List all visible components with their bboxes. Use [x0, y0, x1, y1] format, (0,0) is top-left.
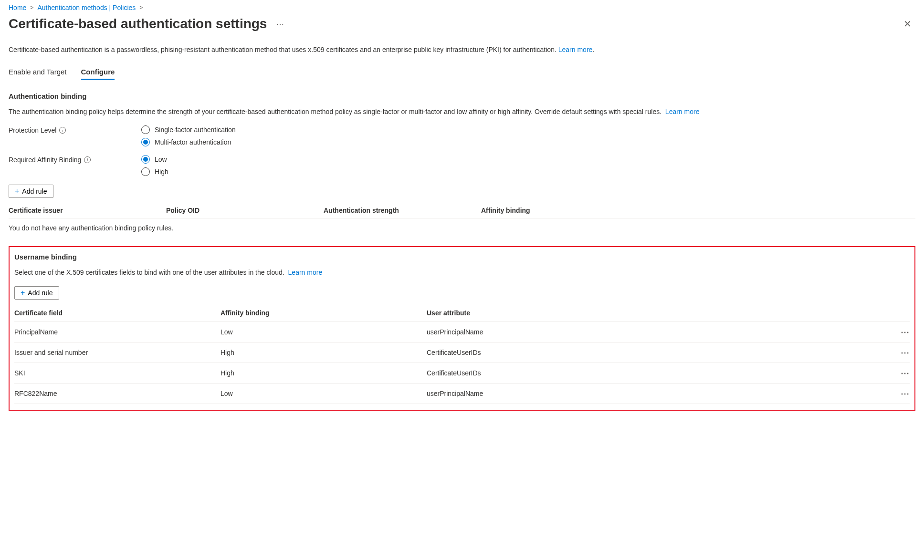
table-row[interactable]: PrincipalNameLowuserPrincipalName⋯: [14, 322, 910, 342]
row-actions-icon[interactable]: ⋯: [891, 388, 910, 399]
radio-circle-checked-icon: [141, 138, 150, 146]
cell-user-attribute: userPrincipalName: [427, 390, 891, 397]
cell-affinity: High: [220, 369, 427, 377]
breadcrumb: Home > Authentication methods | Policies…: [9, 4, 915, 11]
radio-high-label: High: [155, 168, 168, 176]
page-title: Certificate-based authentication setting…: [9, 16, 267, 31]
radio-single-factor[interactable]: Single-factor authentication: [141, 125, 236, 134]
protection-level-label: Protection Level i: [9, 125, 141, 134]
col-auth-strength[interactable]: Authentication strength: [324, 207, 481, 214]
col-affinity-binding[interactable]: Affinity binding: [481, 207, 915, 214]
page-description: Certificate-based authentication is a pa…: [9, 46, 915, 53]
description-text: Certificate-based authentication is a pa…: [9, 46, 556, 53]
col-affinity-binding[interactable]: Affinity binding: [220, 309, 427, 317]
protection-level-text: Protection Level: [9, 126, 56, 134]
row-actions-icon[interactable]: ⋯: [891, 368, 910, 378]
cell-user-attribute: CertificateUserIDs: [427, 349, 891, 356]
learn-more-link[interactable]: Learn more: [558, 46, 593, 53]
auth-binding-title: Authentication binding: [9, 92, 915, 100]
radio-low-label: Low: [155, 156, 167, 163]
radio-multi-label: Multi-factor authentication: [155, 138, 231, 146]
cell-certificate-field: RFC822Name: [14, 390, 220, 397]
affinity-binding-text: Required Affinity Binding: [9, 156, 81, 164]
username-binding-table: Certificate field Affinity binding User …: [14, 304, 910, 404]
close-icon[interactable]: ✕: [900, 17, 915, 31]
plus-icon: +: [15, 187, 19, 196]
plus-icon: +: [21, 289, 25, 297]
table-row[interactable]: Issuer and serial numberHighCertificateU…: [14, 342, 910, 363]
chevron-right-icon: >: [30, 4, 33, 11]
cell-certificate-field: SKI: [14, 369, 220, 377]
cell-affinity: High: [220, 349, 427, 356]
auth-binding-learn-more-link[interactable]: Learn more: [665, 108, 700, 115]
title-left: Certificate-based authentication setting…: [9, 16, 284, 31]
affinity-binding-row: Required Affinity Binding i Low High: [9, 155, 915, 176]
more-actions-icon[interactable]: ⋯: [276, 20, 284, 29]
cell-certificate-field: Issuer and serial number: [14, 349, 220, 356]
cell-affinity: Low: [220, 390, 427, 397]
tab-enable-target[interactable]: Enable and Target: [9, 65, 67, 80]
username-learn-more-link[interactable]: Learn more: [288, 269, 323, 276]
auth-binding-desc: The authentication binding policy helps …: [9, 107, 915, 117]
protection-level-row: Protection Level i Single-factor authent…: [9, 125, 915, 146]
col-actions: [891, 309, 910, 317]
username-binding-title: Username binding: [14, 253, 910, 261]
username-binding-desc-text: Select one of the X.509 certificates fie…: [14, 269, 284, 276]
period: .: [592, 46, 594, 53]
tab-configure[interactable]: Configure: [81, 65, 115, 80]
add-rule-button-auth[interactable]: + Add rule: [9, 185, 53, 198]
tabs: Enable and Target Configure: [9, 65, 915, 81]
username-binding-desc: Select one of the X.509 certificates fie…: [14, 268, 910, 278]
radio-circle-icon: [141, 125, 150, 134]
radio-affinity-low[interactable]: Low: [141, 155, 168, 164]
table-row[interactable]: RFC822NameLowuserPrincipalName⋯: [14, 384, 910, 404]
cell-certificate-field: PrincipalName: [14, 328, 220, 336]
radio-multi-factor[interactable]: Multi-factor authentication: [141, 138, 236, 146]
add-rule-button-username[interactable]: + Add rule: [14, 286, 59, 300]
col-policy-oid[interactable]: Policy OID: [166, 207, 324, 214]
info-icon[interactable]: i: [59, 127, 66, 134]
auth-table-header: Certificate issuer Policy OID Authentica…: [9, 203, 915, 218]
auth-binding-desc-text: The authentication binding policy helps …: [9, 108, 662, 115]
cell-user-attribute: userPrincipalName: [427, 328, 891, 336]
col-user-attribute[interactable]: User attribute: [427, 309, 891, 317]
row-actions-icon[interactable]: ⋯: [891, 327, 910, 337]
add-rule-label: Add rule: [28, 289, 52, 297]
protection-level-radio-group: Single-factor authentication Multi-facto…: [141, 125, 236, 146]
title-row: Certificate-based authentication setting…: [9, 16, 915, 31]
chevron-right-icon: >: [139, 4, 143, 11]
breadcrumb-home[interactable]: Home: [9, 4, 26, 11]
affinity-radio-group: Low High: [141, 155, 168, 176]
radio-affinity-high[interactable]: High: [141, 167, 168, 176]
col-certificate-issuer[interactable]: Certificate issuer: [9, 207, 166, 214]
radio-circle-checked-icon: [141, 155, 150, 164]
col-certificate-field[interactable]: Certificate field: [14, 309, 220, 317]
radio-single-label: Single-factor authentication: [155, 126, 236, 134]
breadcrumb-auth-methods[interactable]: Authentication methods | Policies: [37, 4, 136, 11]
auth-table-empty-msg: You do not have any authentication bindi…: [9, 218, 915, 238]
auth-binding-table: Certificate issuer Policy OID Authentica…: [9, 203, 915, 238]
cell-user-attribute: CertificateUserIDs: [427, 369, 891, 377]
table-row[interactable]: SKIHighCertificateUserIDs⋯: [14, 363, 910, 384]
info-icon[interactable]: i: [84, 156, 91, 163]
affinity-binding-label: Required Affinity Binding i: [9, 155, 141, 164]
cell-affinity: Low: [220, 328, 427, 336]
username-binding-section: Username binding Select one of the X.509…: [9, 246, 915, 411]
radio-circle-icon: [141, 167, 150, 176]
row-actions-icon[interactable]: ⋯: [891, 347, 910, 358]
add-rule-label: Add rule: [22, 187, 47, 195]
username-table-header: Certificate field Affinity binding User …: [14, 304, 910, 322]
